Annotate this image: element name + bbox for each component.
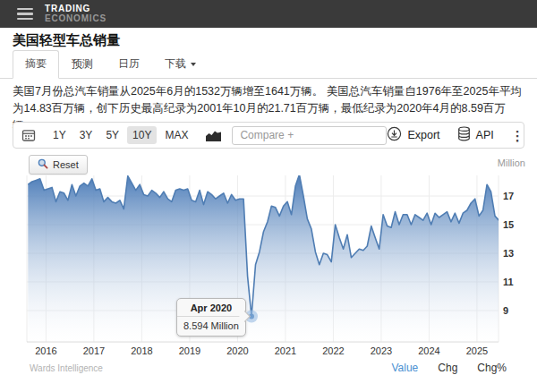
svg-text:17: 17 bbox=[503, 191, 514, 201]
chart-tooltip: Apr 2020 8.594 Million bbox=[176, 298, 246, 337]
hamburger-menu-icon[interactable] bbox=[17, 8, 33, 21]
tooltip-title: Apr 2020 bbox=[177, 299, 245, 317]
svg-text:15: 15 bbox=[503, 219, 514, 230]
svg-text:2017: 2017 bbox=[83, 345, 105, 356]
brand-line2: ECONOMICS bbox=[45, 14, 107, 24]
calendar-icon[interactable] bbox=[13, 128, 44, 142]
footer-link-value[interactable]: Value bbox=[391, 362, 418, 374]
svg-text:2024: 2024 bbox=[418, 345, 439, 356]
area-chart-type-icon[interactable] bbox=[206, 130, 221, 141]
download-circle-icon bbox=[387, 126, 402, 144]
tab-forecast[interactable]: 预测 bbox=[59, 50, 106, 79]
toolbar-right-group: Export API ⋮ bbox=[387, 126, 524, 144]
database-icon bbox=[457, 126, 471, 144]
api-button[interactable]: API bbox=[457, 126, 494, 144]
svg-text:9: 9 bbox=[503, 305, 508, 316]
magnifier-icon bbox=[38, 158, 48, 171]
range-5y[interactable]: 5Y bbox=[100, 126, 124, 144]
range-max[interactable]: MAX bbox=[159, 126, 193, 144]
range-1y[interactable]: 1Y bbox=[47, 126, 72, 144]
chart-footer: Wards Intelligence Value Chg Chg% bbox=[0, 362, 537, 374]
svg-text:2022: 2022 bbox=[322, 345, 344, 356]
top-header-bar: TRADING ECONOMICS bbox=[0, 0, 537, 28]
footer-link-chgpct[interactable]: Chg% bbox=[477, 362, 507, 374]
range-3y[interactable]: 3Y bbox=[74, 126, 98, 144]
compare-input[interactable] bbox=[232, 126, 387, 145]
export-label: Export bbox=[407, 129, 439, 141]
svg-text:11: 11 bbox=[503, 277, 514, 287]
svg-text:2020: 2020 bbox=[226, 345, 248, 356]
page-title: 美国轻型车总销量 bbox=[13, 32, 120, 49]
tooltip-value: 8.594 Million bbox=[177, 317, 245, 336]
svg-text:13: 13 bbox=[503, 248, 514, 259]
footer-links: Value Chg Chg% bbox=[391, 362, 507, 374]
tab-download[interactable]: 下载 bbox=[152, 50, 209, 79]
svg-text:2021: 2021 bbox=[275, 345, 296, 356]
trading-economics-page: TRADING ECONOMICS 美国轻型车总销量 摘要 预测 日历 下载 美… bbox=[0, 0, 537, 392]
sales-area-chart[interactable]: 2016201720182019202020212022202320242025… bbox=[0, 152, 537, 360]
data-source-label: Wards Intelligence bbox=[30, 363, 103, 373]
svg-text:2016: 2016 bbox=[35, 345, 56, 356]
reset-label: Reset bbox=[53, 159, 79, 170]
tab-summary[interactable]: 摘要 bbox=[13, 50, 59, 79]
svg-text:2018: 2018 bbox=[131, 345, 152, 356]
brand-line1: TRADING bbox=[45, 4, 107, 14]
tab-calendar[interactable]: 日历 bbox=[106, 50, 152, 79]
svg-text:2023: 2023 bbox=[371, 345, 392, 356]
api-label: API bbox=[476, 129, 494, 141]
svg-text:2019: 2019 bbox=[179, 345, 200, 356]
export-button[interactable]: Export bbox=[387, 126, 439, 144]
kebab-menu-icon[interactable]: ⋮ bbox=[511, 129, 524, 142]
svg-text:2025: 2025 bbox=[466, 345, 488, 356]
range-10y[interactable]: 10Y bbox=[127, 126, 157, 144]
range-selector: 1Y 3Y 5Y 10Y MAX bbox=[47, 126, 193, 144]
footer-link-chg[interactable]: Chg bbox=[438, 362, 457, 374]
chart-card: Reset Million 20162017201820192020202120… bbox=[0, 152, 537, 360]
reset-zoom-button[interactable]: Reset bbox=[29, 155, 88, 175]
tab-download-label: 下载 bbox=[165, 57, 186, 70]
chart-toolbar: 1Y 3Y 5Y 10Y MAX Export API ⋮ bbox=[13, 122, 524, 149]
caret-down-icon bbox=[191, 63, 196, 66]
trading-economics-logo[interactable]: TRADING ECONOMICS bbox=[45, 4, 107, 23]
tab-bar: 摘要 预测 日历 下载 bbox=[0, 54, 537, 79]
